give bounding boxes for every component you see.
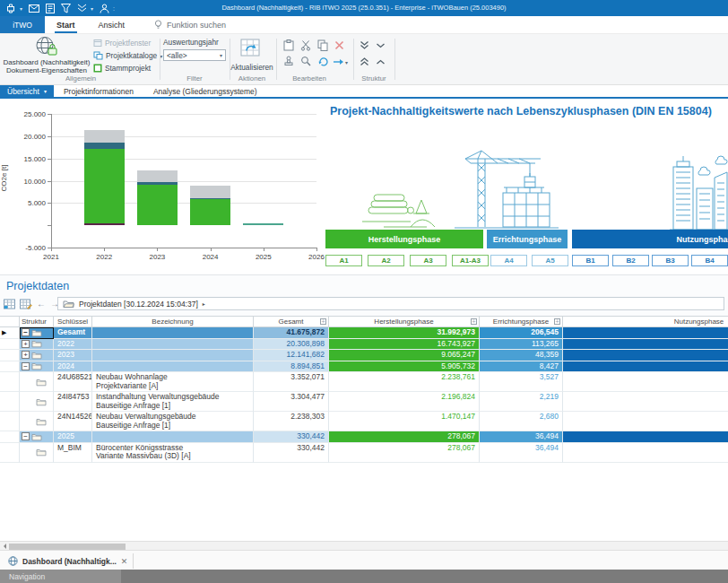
tab-analyse[interactable]: Analyse (Gliederungssysteme) — [143, 85, 267, 97]
bezeichnung-cell[interactable] — [92, 431, 254, 443]
nutzungsphase-cell[interactable] — [563, 431, 728, 443]
collapse-all-icon[interactable] — [360, 40, 369, 50]
cut-icon[interactable] — [300, 39, 311, 51]
row-indicator-cell[interactable] — [0, 392, 20, 412]
document-tab-dashboard[interactable]: Dashboard (Nachhaltigk... ✕ — [3, 553, 134, 569]
phase-bar-nutzungsphase[interactable]: Nutzungsphase — [572, 230, 728, 248]
table-row-24u68521[interactable]: 24U68521Neubau WohnanlageProjektvariante… — [0, 372, 728, 392]
errichtungsphase-cell[interactable]: 206,545 — [480, 327, 563, 339]
column-header-schl-ssel[interactable]: Schlüssel — [54, 317, 92, 327]
bezeichnung-cell[interactable]: Instandhaltung VerwaltungsgebäudeBauseit… — [92, 392, 254, 412]
row-indicator-cell[interactable] — [0, 361, 20, 373]
struktur-cell[interactable] — [20, 392, 54, 412]
row-indicator-cell[interactable] — [0, 372, 20, 392]
schluessel-cell[interactable]: 2025 — [54, 431, 92, 443]
module-button-b4[interactable]: B4 — [691, 255, 728, 266]
navigation-button[interactable]: Navigation — [0, 570, 121, 583]
row-indicator-cell[interactable] — [0, 443, 20, 463]
gesamt-cell[interactable]: 8.894,851 — [254, 361, 329, 373]
expander-icon[interactable]: + — [22, 351, 30, 359]
errichtungsphase-cell[interactable]: 2,680 — [480, 412, 563, 431]
person-icon[interactable] — [100, 4, 109, 13]
herstellungsphase-cell[interactable]: 2.238,761 — [329, 372, 480, 392]
table-row-24i84753[interactable]: 24I84753Instandhaltung Verwaltungsgebäud… — [0, 392, 728, 412]
module-button-b1[interactable]: B1 — [572, 255, 609, 266]
errichtungsphase-cell[interactable]: 3,527 — [480, 372, 563, 392]
filter-icon[interactable] — [61, 4, 71, 13]
sum-icon[interactable]: + — [320, 318, 326, 325]
sum-icon[interactable]: + — [471, 318, 477, 325]
column-header-herstellungsphase[interactable]: Herstellungsphase+ — [329, 317, 480, 327]
herstellungsphase-cell[interactable]: 278,067 — [329, 431, 480, 443]
column-header-gesamt[interactable]: Gesamt+ — [254, 317, 329, 327]
tab-projektinformationen[interactable]: Projektinformationen — [54, 85, 143, 97]
gesamt-cell[interactable]: 3.352,071 — [254, 372, 329, 392]
qat-customize-icon[interactable]: ⁚ — [113, 5, 115, 12]
schluessel-cell[interactable]: 2023 — [54, 350, 92, 361]
module-button-a1[interactable]: A1 — [325, 255, 362, 266]
struktur-cell[interactable] — [20, 372, 54, 392]
nutzungsphase-cell[interactable] — [563, 412, 728, 431]
horizontal-scrollbar[interactable] — [0, 541, 728, 551]
paste-icon[interactable] — [283, 39, 294, 51]
nutzungsphase-cell[interactable] — [563, 327, 728, 339]
function-search[interactable]: Funktion suchen — [136, 16, 226, 33]
close-icon[interactable]: ✕ — [121, 557, 128, 566]
table-row-2022[interactable]: +202220.308,89816.743,927113,265 — [0, 339, 728, 351]
chevron-dropdown-icon[interactable]: ▾ — [91, 5, 93, 12]
errichtungsphase-cell[interactable]: 48,359 — [480, 350, 563, 361]
herstellungsphase-cell[interactable]: 9.065,247 — [329, 350, 480, 361]
module-button-a1-a3[interactable]: A1-A3 — [452, 255, 489, 266]
phase-bar-errichtungsphase[interactable]: Errichtungsphase — [487, 230, 568, 248]
schluessel-cell[interactable]: Gesamt — [54, 327, 92, 339]
gesamt-cell[interactable]: 12.141,682 — [254, 350, 329, 361]
gesamt-cell[interactable]: 41.675,872 — [254, 327, 329, 339]
module-button-b3[interactable]: B3 — [652, 255, 689, 266]
schluessel-cell[interactable]: 24I84753 — [54, 392, 92, 412]
collapse-icon[interactable] — [376, 41, 386, 50]
row-indicator-cell[interactable] — [0, 431, 20, 443]
errichtungsphase-cell[interactable]: 36,494 — [480, 431, 563, 443]
herstellungsphase-cell[interactable]: 16.743,927 — [329, 339, 480, 351]
table-row-2024[interactable]: −20248.894,8515.905,7328,427 — [0, 361, 728, 373]
struktur-cell[interactable] — [20, 412, 54, 431]
expander-icon[interactable]: − — [22, 328, 30, 336]
expand-icon[interactable] — [376, 57, 386, 66]
scroll-left-icon[interactable] — [1, 544, 6, 549]
expander-icon[interactable]: − — [22, 362, 30, 370]
herstellungsphase-cell[interactable]: 31.992,973 — [329, 327, 480, 339]
schluessel-cell[interactable]: 2022 — [54, 339, 92, 351]
menu-tab-start[interactable]: Start — [45, 16, 87, 33]
column-header-nutzungsphase[interactable]: Nutzungsphase — [563, 317, 728, 327]
row-indicator-cell[interactable] — [0, 339, 20, 351]
mail-icon[interactable] — [29, 4, 39, 13]
gesamt-cell[interactable]: 330,442 — [254, 443, 329, 463]
menu-itwo-button[interactable]: iTWO — [0, 16, 45, 33]
gesamt-cell[interactable]: 330,442 — [254, 431, 329, 443]
struktur-cell[interactable]: − — [20, 431, 54, 443]
row-indicator-cell[interactable]: ▶ — [0, 327, 20, 339]
row-indicator-cell[interactable] — [0, 350, 20, 361]
module-button-a4[interactable]: A4 — [490, 255, 527, 266]
schluessel-cell[interactable]: 24U68521 — [54, 372, 92, 392]
gesamt-cell[interactable]: 20.308,898 — [254, 339, 329, 351]
module-button-a2[interactable]: A2 — [368, 255, 404, 266]
nutzungsphase-cell[interactable] — [563, 392, 728, 412]
errichtungsphase-cell[interactable]: 2,219 — [480, 392, 563, 412]
herstellungsphase-cell[interactable]: 278,067 — [329, 443, 480, 463]
column-header-errichtungsphase[interactable]: Errichtungsphase+ — [480, 317, 563, 327]
double-chevron-down-icon[interactable] — [77, 4, 87, 13]
print-dropdown-icon[interactable]: ▾ — [20, 5, 22, 12]
table-row-2023[interactable]: +202312.141,6829.065,24748,359 — [0, 350, 728, 361]
nutzungsphase-cell[interactable] — [563, 372, 728, 392]
projektkataloge-button[interactable]: Projektkataloge▾ — [93, 50, 162, 61]
breadcrumb[interactable]: Projektdaten [30.12.2024 15:04:37] ▸ — [57, 297, 724, 310]
table-row-2025[interactable]: −2025330,442278,06736,494 — [0, 431, 728, 443]
expander-icon[interactable]: + — [22, 340, 30, 348]
bezeichnung-cell[interactable] — [92, 339, 254, 351]
dashboard-document-properties-button[interactable]: Dashboard (Nachhaltigkeit) Dokument-Eige… — [2, 35, 91, 74]
document-icon[interactable] — [46, 4, 55, 13]
bezeichnung-cell[interactable] — [92, 361, 254, 373]
schluessel-cell[interactable]: 2024 — [54, 361, 92, 373]
stammprojekt-button[interactable]: Stammprojekt — [93, 63, 151, 74]
